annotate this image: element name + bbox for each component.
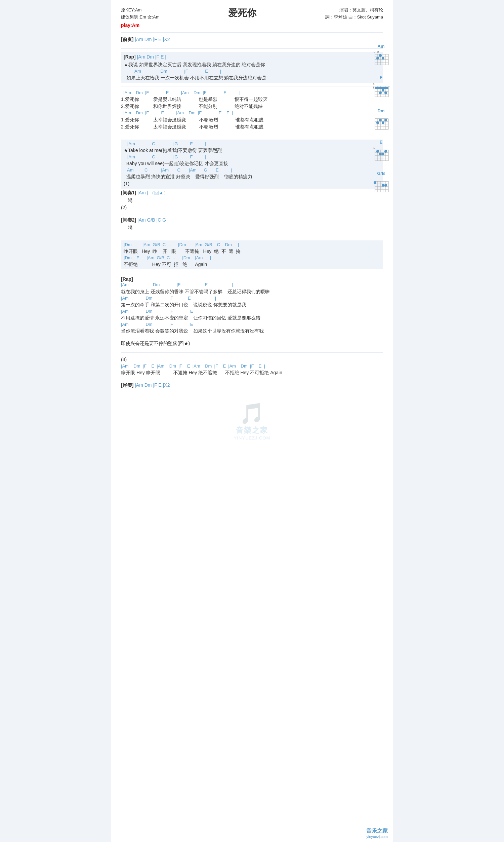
interlude-1-lyric: 竭 xyxy=(121,197,383,204)
rap-label: [Rap] xyxy=(124,54,136,59)
divider-3 xyxy=(121,136,383,136)
chord-f-grid: x x x xyxy=(372,81,390,102)
interlude-2-section: [间奏2] |Am G/B |C G | 竭 xyxy=(121,216,383,231)
rap-2-label: [Rap] xyxy=(121,276,383,282)
bridge-lyric-2: 不拒绝 Hey 不可 拒 绝 Again xyxy=(124,261,380,268)
svg-point-47 xyxy=(382,121,384,124)
chord-e-grid: o xyxy=(372,145,390,165)
watermark-url: YINYUEZJ.COM xyxy=(234,436,270,440)
prelude-label: [前奏] xyxy=(121,37,133,42)
chord-am-name: Am xyxy=(378,44,385,49)
svg-text:1: 1 xyxy=(389,85,390,89)
chorus-section: |Am C |G F | ★Take look at me(抱着我)不要敷衍 要… xyxy=(121,140,383,189)
svg-text:o: o xyxy=(377,50,379,53)
verse-lyric-2b: 2.爱死你 太幸福会没感觉 不够激烈 谁都有点犯贱 xyxy=(121,123,383,130)
chorus-lyric-2: Baby you will see(一起走)咬进你记忆 才会更直接 xyxy=(124,160,380,167)
interlude-2-chords: |Am G/B |C G | xyxy=(138,217,169,223)
chord-gb-name: G/B xyxy=(377,171,385,176)
verse-chords-1: |Am Dm |F E |Am Dm |F E | xyxy=(121,90,383,96)
play-key: play:Am xyxy=(121,21,160,29)
chord-dm-box: Dm xyxy=(372,108,390,134)
bridge-section: |Dm |Am G/B C - |Dm |Am G/B C Dm | 睁开眼 H… xyxy=(121,241,383,269)
divider-top xyxy=(121,32,383,33)
prelude-chords: |Am Dm |F E |X2 xyxy=(135,37,170,42)
rap-2-lyric-3: 不用遮掩的爱情 永远不变的坚定 让你习惯的回忆 爱就是要那么错 xyxy=(121,314,383,321)
header-left: 原KEY:Am 建议男调:Em 女:Am play:Am xyxy=(121,7,160,29)
outro-line: [尾奏] |Am Dm |F E |X2 xyxy=(121,382,383,389)
rap-lyric-1: ▲我说 如果世界决定灭亡后 我发现抱着我 躺在我身边的 绝对会是你 xyxy=(124,61,380,68)
svg-point-49 xyxy=(376,121,379,124)
svg-point-15 xyxy=(382,57,384,59)
interlude-1-section: [间奏1] |Am | （回▲） 竭 (2) xyxy=(121,189,383,211)
svg-point-77 xyxy=(374,181,376,184)
chord-f-name: F xyxy=(380,75,382,80)
divider-2 xyxy=(121,86,383,86)
watermark-icon: 🎵 xyxy=(234,402,270,425)
rap-2-lyric-1: 就在我的身上 还残留你的香味 不管不管喝了多醉 还总记得我们的暧昧 xyxy=(121,288,383,295)
original-key: 原KEY:Am xyxy=(121,7,160,14)
svg-point-65 xyxy=(384,150,387,153)
interlude-2-lyric: 竭 xyxy=(121,224,383,231)
svg-rect-29 xyxy=(375,87,389,89)
svg-text:x: x xyxy=(373,85,375,89)
svg-point-46 xyxy=(379,119,382,121)
header: 原KEY:Am 建议男调:Em 女:Am play:Am 爱死你 演唱：莫文蔚、… xyxy=(121,7,383,29)
chord-e-box: E o xyxy=(372,140,390,165)
bottom-logo: 音乐之家 yinyuezj.com xyxy=(366,827,388,839)
page-container: 原KEY:Am 建议男调:Em 女:Am play:Am 爱死你 演唱：莫文蔚、… xyxy=(111,0,393,842)
rap-2-lyric-2: 第一次的牵手 和第二次的开口说 说说说说 你想要的就是我 xyxy=(121,301,383,308)
chord-gb-box: G/B xyxy=(372,171,390,196)
rap-2-chords-4: |Am Dm |F E | xyxy=(121,321,383,328)
outro-label: [尾奏] xyxy=(121,382,133,388)
chord-am-box: Am o o xyxy=(372,44,390,69)
verse-lyric-1a: 1.爱死你 爱是婴儿纯洁 也是暴烈 恨不得一起毁灭 xyxy=(121,96,383,103)
chord-diagrams: Am o o xyxy=(372,44,390,196)
rap-2-chords-2: |Am Dm |F E | xyxy=(121,295,383,301)
bridge-lyric-1: 睁开眼 Hey 睁 开 眼 不遮掩 Hey 绝 不 遮 掩 xyxy=(124,248,380,255)
chorus-lyric-4: (1) xyxy=(124,180,380,187)
performer: 演唱：莫文蔚、柯有纶 xyxy=(325,7,383,14)
rap-bridge-lyric: 即使兴奋还是要不停的堕落(回★) xyxy=(121,340,383,347)
svg-point-63 xyxy=(379,153,382,155)
watermark-site: 音樂之家 xyxy=(234,425,270,436)
svg-text:x: x xyxy=(373,82,375,85)
svg-point-31 xyxy=(382,89,384,91)
chorus-lyric-3: 温柔也暴烈 痛快的宣泄 好坚决 爱得好强烈 彻底的精疲力 xyxy=(124,173,380,180)
chord-e-name: E xyxy=(380,140,383,145)
svg-point-78 xyxy=(382,184,384,187)
interlude-1-2: (2) xyxy=(121,204,383,211)
verse-section-1: |Am Dm |F E |Am Dm |F E | 1.爱死你 爱是婴儿纯洁 也… xyxy=(121,90,383,130)
svg-point-14 xyxy=(376,57,379,59)
chorus-chords-1: |Am C |G F | xyxy=(124,141,380,147)
interlude-2-label: [间奏2] xyxy=(121,217,136,223)
svg-text:o: o xyxy=(374,50,376,53)
rap-2-lyric-4: 当你流泪看着我 会微笑的对我说 如果这个世界没有你就没有没有我 xyxy=(121,328,383,335)
interlude-1-label: [间奏1] xyxy=(121,190,136,195)
rap-2-chords-3: |Am Dm |F E | xyxy=(121,308,383,314)
chorus-lyric-1: ★Take look at me(抱着我)不要敷衍 要轰轰烈烈 xyxy=(124,147,380,154)
rap-2-chords-1: |Am Dm |F E | xyxy=(121,282,383,288)
divider-6 xyxy=(121,352,383,353)
lyricist: 詞：李焯雄 曲：Skot Suyama xyxy=(325,14,383,21)
bottom-logo-main: 音乐之家 xyxy=(366,827,388,835)
svg-point-48 xyxy=(384,119,387,121)
bridge-chords-2: |Dm E |Am G/B C - |Dm |Am | xyxy=(124,255,380,261)
svg-point-32 xyxy=(384,91,387,94)
verse-lyric-2a: 1.爱死你 太幸福会没感觉 不够激烈 谁都有点犯贱 xyxy=(121,116,383,123)
watermark: 🎵 音樂之家 YINYUEZJ.COM xyxy=(234,402,270,440)
svg-point-62 xyxy=(376,150,379,153)
header-right: 演唱：莫文蔚、柯有纶 詞：李焯雄 曲：Skot Suyama xyxy=(325,7,383,21)
rap-label-line: [Rap] |Am Dm |F E | xyxy=(124,53,380,60)
chord-f-box: F x x xyxy=(372,75,390,102)
section-3-num: (3) xyxy=(121,356,383,363)
chord-dm-name: Dm xyxy=(378,108,385,113)
chorus-chords-3: Am C |Am C |Am G E | xyxy=(124,167,380,173)
prelude-section: [前奏] |Am Dm |F E |X2 xyxy=(121,36,383,43)
svg-point-30 xyxy=(379,91,382,94)
section-3-chords: |Am Dm |F E |Am Dm |F E |Am Dm |F E |Am … xyxy=(121,363,383,369)
svg-point-13 xyxy=(379,54,382,57)
section-3: (3) |Am Dm |F E |Am Dm |F E |Am Dm |F E … xyxy=(121,356,383,376)
chorus-chords-2: |Am C |G F | xyxy=(124,154,380,160)
bottom-logo-url: yinyuezj.com xyxy=(366,835,388,839)
song-title: 爱死你 xyxy=(160,7,325,19)
